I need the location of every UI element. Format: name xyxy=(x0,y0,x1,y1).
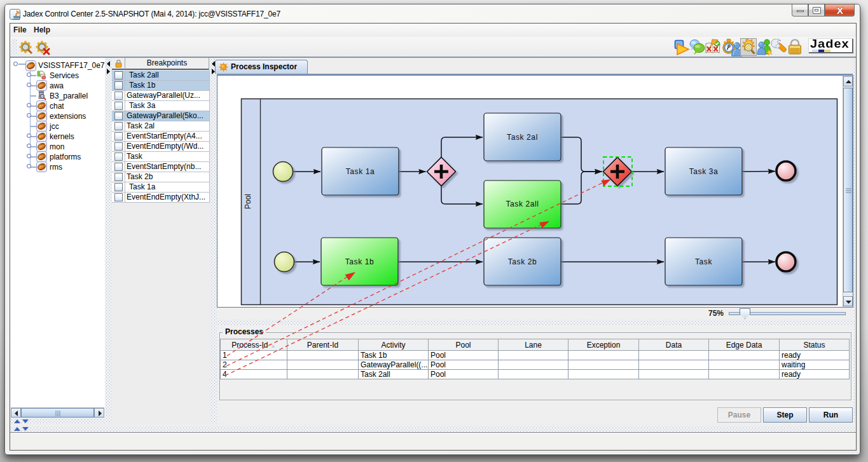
svg-text:Task 3a: Task 3a xyxy=(689,167,719,176)
svg-text:Pool: Pool xyxy=(244,194,252,209)
svg-text:Task: Task xyxy=(695,257,712,266)
svg-text:Task 1a: Task 1a xyxy=(346,167,375,176)
svg-text:Task 2all: Task 2all xyxy=(506,200,539,208)
svg-text:Task 1b: Task 1b xyxy=(345,257,375,266)
svg-text:Task 2b: Task 2b xyxy=(508,257,537,266)
svg-text:Task 2al: Task 2al xyxy=(507,133,538,142)
svg-text:X: X xyxy=(837,5,843,16)
